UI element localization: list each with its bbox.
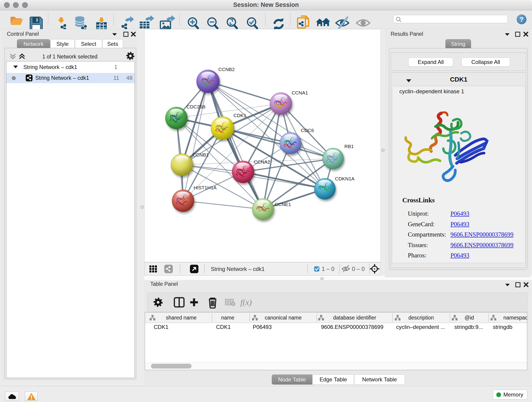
svg-text:CDK1: CDK1 — [154, 324, 168, 330]
svg-text:@id: @id — [464, 315, 474, 321]
svg-text:namespac: namespac — [503, 315, 527, 321]
svg-text:CCNA1: CCNA1 — [292, 90, 308, 95]
svg-text:0 – 0: 0 – 0 — [352, 266, 365, 272]
svg-text:CDKN1A: CDKN1A — [335, 176, 355, 181]
svg-text:CDC6: CDC6 — [301, 128, 314, 133]
svg-text:CCNE1: CCNE1 — [275, 202, 291, 207]
svg-text:CDK1: CDK1 — [234, 113, 246, 118]
svg-text:9606.ENSP00000378699: 9606.ENSP00000378699 — [321, 324, 383, 330]
svg-text:HIST1H1A: HIST1H1A — [194, 185, 216, 190]
svg-text:database identifier: database identifier — [333, 315, 376, 321]
svg-text:CDC25B: CDC25B — [186, 104, 206, 109]
svg-text:cyclin–dependent ...: cyclin–dependent ... — [396, 324, 445, 330]
svg-text:P06493: P06493 — [253, 324, 272, 330]
svg-text:name: name — [221, 315, 234, 321]
svg-text:shared name: shared name — [166, 315, 196, 321]
svg-text:stringdb: stringdb — [493, 324, 512, 330]
svg-text:canonical name: canonical name — [265, 315, 302, 321]
svg-text:1 – 0: 1 – 0 — [322, 266, 335, 272]
svg-text:CDK1: CDK1 — [216, 324, 231, 330]
svg-text:String Network – cdk1: String Network – cdk1 — [211, 266, 265, 272]
svg-text:description: description — [408, 315, 434, 321]
svg-text:RB1: RB1 — [344, 144, 354, 149]
svg-text:CCNB2: CCNB2 — [218, 67, 234, 72]
svg-text:CCNB1: CCNB1 — [192, 152, 209, 157]
svg-text:stringdb:9...: stringdb:9... — [454, 324, 483, 330]
svg-text:CCNA2: CCNA2 — [254, 159, 270, 165]
